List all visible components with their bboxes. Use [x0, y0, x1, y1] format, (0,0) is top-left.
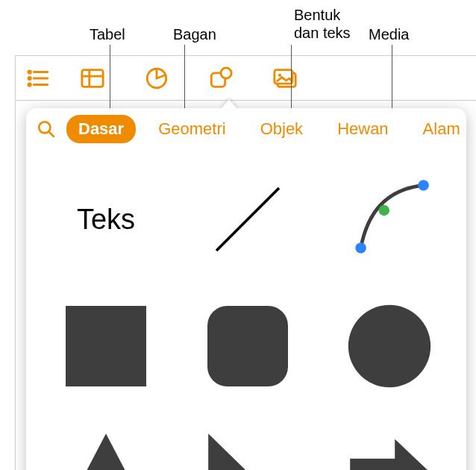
triangle-icon	[61, 428, 151, 470]
callout-media: Media	[369, 26, 409, 43]
media-icon	[272, 66, 298, 91]
popover-arrow	[220, 99, 238, 110]
tab-basic[interactable]: Dasar	[66, 115, 136, 143]
insert-media-button[interactable]	[257, 63, 313, 93]
svg-marker-24	[65, 433, 147, 470]
rounded-square-icon	[203, 301, 292, 391]
toolbar	[16, 56, 476, 101]
tab-object[interactable]: Objek	[248, 115, 315, 143]
shape-text-label: Teks	[77, 204, 135, 236]
svg-rect-6	[82, 69, 103, 87]
shape-square[interactable]	[57, 298, 154, 395]
shape-triangle[interactable]	[57, 424, 154, 470]
svg-point-19	[379, 205, 389, 216]
shapes-popover: Dasar Geometri Objek Hewan Alam Teks	[26, 108, 466, 470]
svg-marker-26	[350, 439, 430, 470]
line-icon	[203, 175, 292, 264]
curve-icon	[345, 175, 434, 264]
insert-chart-button[interactable]	[129, 63, 184, 93]
square-icon	[61, 301, 151, 391]
circle-icon	[345, 301, 434, 391]
tab-nature[interactable]: Alam	[411, 115, 466, 143]
svg-point-14	[278, 73, 281, 76]
svg-rect-21	[66, 306, 146, 386]
svg-point-4	[28, 83, 31, 85]
tab-animal[interactable]: Hewan	[325, 115, 400, 143]
chart-icon	[144, 66, 169, 91]
search-icon	[37, 119, 56, 139]
shape-circle[interactable]	[341, 298, 438, 395]
shapes-grid: Teks	[26, 150, 466, 470]
svg-point-18	[355, 242, 366, 253]
svg-point-23	[348, 305, 430, 387]
callout-shape-text: Bentuk dan teks	[294, 6, 351, 42]
app-frame: Dasar Geometri Objek Hewan Alam Teks	[15, 55, 476, 470]
shape-rounded-square[interactable]	[199, 298, 296, 395]
search-button[interactable]	[37, 119, 56, 140]
table-icon	[80, 66, 105, 91]
callouts-layer: Tabel Bagan Bentuk dan teks Media	[0, 0, 476, 55]
svg-line-16	[48, 131, 54, 137]
list-view-button[interactable]	[20, 63, 56, 93]
insert-shape-button[interactable]	[193, 63, 248, 93]
arrow-right-icon	[345, 428, 434, 470]
right-triangle-icon	[203, 428, 292, 470]
svg-rect-22	[207, 306, 288, 386]
svg-point-0	[28, 70, 31, 72]
shape-icon	[208, 66, 234, 91]
list-icon	[25, 66, 51, 91]
svg-point-11	[221, 67, 231, 78]
callout-chart: Bagan	[173, 26, 216, 43]
shape-curve[interactable]	[341, 171, 438, 268]
callout-table: Tabel	[90, 26, 125, 43]
shape-category-tabs: Dasar Geometri Objek Hewan Alam	[26, 108, 466, 150]
shape-line[interactable]	[199, 171, 296, 268]
svg-point-2	[28, 77, 31, 79]
tab-geometry[interactable]: Geometri	[146, 115, 237, 143]
shape-arrow-right[interactable]	[341, 424, 438, 470]
shape-right-triangle[interactable]	[199, 424, 296, 470]
shape-text-box[interactable]: Teks	[57, 171, 154, 268]
svg-marker-25	[208, 433, 289, 470]
svg-line-17	[216, 188, 279, 251]
svg-point-20	[418, 180, 428, 190]
insert-table-button[interactable]	[65, 63, 120, 93]
